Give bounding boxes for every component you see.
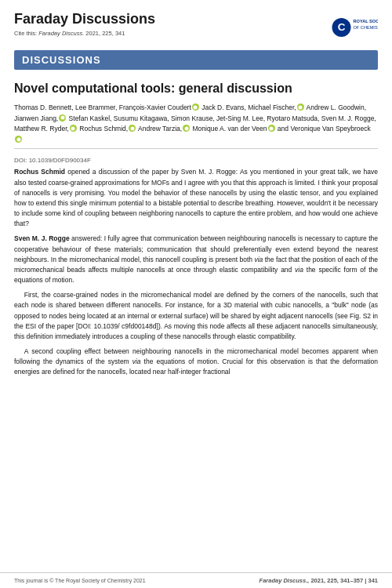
orcid-icon-6 <box>183 125 190 132</box>
article-title: Novel computational tools: general discu… <box>14 81 378 96</box>
footer-pages: 341–357 | 341 <box>340 577 378 584</box>
footer-year: 2021, <box>310 577 325 584</box>
footer-journal: Faraday Discuss., <box>260 577 310 584</box>
authors: Thomas D. Bennett, Lee Brammer, François… <box>14 103 378 145</box>
page: Faraday Discussions Cite this: Faraday D… <box>0 0 392 588</box>
paragraph-1: Rochus Schmid opened a discussion of the… <box>14 167 378 229</box>
orcid-icon-1 <box>192 103 199 111</box>
speaker-1: Rochus Schmid <box>14 168 65 176</box>
speaker-2: Sven M. J. Rogge <box>14 234 70 242</box>
paragraph-2: Sven M. J. Rogge answered: I fully agree… <box>14 234 378 285</box>
header: Faraday Discussions Cite this: Faraday D… <box>0 0 392 47</box>
discussions-banner: DISCUSSIONS <box>14 50 378 70</box>
footer-left-text: This journal is © The Royal Society of C… <box>14 578 146 583</box>
orcid-icon-3 <box>59 114 66 122</box>
svg-text:C: C <box>338 21 346 33</box>
cite-year: 2021, <box>85 30 100 37</box>
main-text: Rochus Schmid opened a discussion of the… <box>0 167 392 390</box>
paragraph-4: A second coupling effect between neighbo… <box>14 347 378 378</box>
cite-pages: 341 <box>115 30 125 37</box>
svg-text:OF CHEMISTRY: OF CHEMISTRY <box>354 25 379 30</box>
divider <box>14 148 378 149</box>
orcid-icon-8 <box>15 136 22 143</box>
orcid-icon-7 <box>268 125 275 132</box>
rsc-logo: C ROYAL SOCIETY OF CHEMISTRY <box>331 13 378 42</box>
rsc-logo-svg: C ROYAL SOCIETY OF CHEMISTRY <box>331 13 378 42</box>
header-left: Faraday Discussions Cite this: Faraday D… <box>14 11 155 37</box>
orcid-icon-2 <box>297 103 304 111</box>
orcid-icon-5 <box>129 125 136 132</box>
footer: This journal is © The Royal Society of C… <box>0 572 392 588</box>
journal-title: Faraday Discussions <box>14 11 155 28</box>
cite-journal: Faraday Discuss. <box>38 30 84 37</box>
cite-text: Cite this: Faraday Discuss. 2021, 225, 3… <box>14 30 155 37</box>
para1-text: opened a discussion of the paper by Sven… <box>14 168 378 227</box>
discussions-label: DISCUSSIONS <box>22 54 101 66</box>
footer-right-text: Faraday Discuss., 2021, 225, 341–357 | 3… <box>260 577 378 584</box>
paragraph-3: First, the coarse-grained nodes in the m… <box>14 290 378 342</box>
doi-line: DOI: 10.1039/D0FD90034F <box>0 152 392 167</box>
cite-prefix: Cite this: <box>14 30 37 37</box>
footer-vol: 225, <box>327 577 339 584</box>
cite-vol: 225, <box>102 30 114 37</box>
orcid-icon-4 <box>70 125 77 132</box>
article-title-area: Novel computational tools: general discu… <box>0 76 392 148</box>
svg-text:ROYAL SOCIETY: ROYAL SOCIETY <box>354 19 379 24</box>
